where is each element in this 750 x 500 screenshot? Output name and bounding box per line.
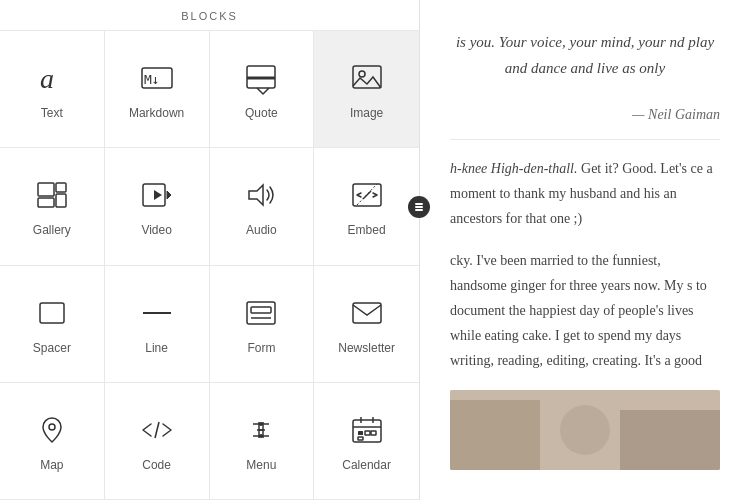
blocks-panel-header: BLOCKS (0, 0, 419, 31)
content-panel: is you. Your voice, your mind, your nd p… (420, 0, 750, 500)
svg-point-6 (359, 71, 365, 77)
block-item-map[interactable]: Map (0, 383, 105, 500)
block-item-embed[interactable]: Embed (314, 148, 419, 265)
content-divider (450, 139, 720, 140)
block-item-quote[interactable]: Quote (210, 31, 315, 148)
image-icon (347, 58, 387, 98)
block-item-line[interactable]: Line (105, 266, 210, 383)
audio-icon (241, 175, 281, 215)
calendar-icon (347, 410, 387, 450)
block-item-gallery[interactable]: Gallery (0, 148, 105, 265)
svg-rect-7 (38, 183, 54, 196)
drag-handle[interactable] (408, 196, 430, 218)
markdown-icon: M↓ (137, 58, 177, 98)
svg-rect-39 (365, 431, 370, 435)
menu-icon (241, 410, 281, 450)
embed-icon (347, 175, 387, 215)
svg-rect-45 (620, 410, 720, 470)
spacer-icon (32, 293, 72, 333)
quote-text: is you. Your voice, your mind, your nd p… (456, 34, 714, 76)
block-label-map: Map (40, 458, 63, 472)
svg-rect-8 (38, 198, 54, 207)
map-icon (32, 410, 72, 450)
content-quote: is you. Your voice, your mind, your nd p… (450, 20, 720, 91)
blocks-grid: a Text M↓ Markdown (0, 31, 419, 500)
block-item-image[interactable]: Image (314, 31, 419, 148)
code-icon (137, 410, 177, 450)
svg-rect-9 (56, 183, 66, 192)
block-label-form: Form (247, 341, 275, 355)
block-label-image: Image (350, 106, 383, 120)
block-item-spacer[interactable]: Spacer (0, 266, 105, 383)
block-label-calendar: Calendar (342, 458, 391, 472)
svg-rect-40 (371, 431, 376, 435)
svg-rect-10 (56, 194, 66, 207)
text-icon: a (32, 58, 72, 98)
line-icon (137, 293, 177, 333)
block-label-text: Text (41, 106, 63, 120)
svg-line-25 (155, 422, 159, 438)
video-icon (137, 175, 177, 215)
svg-rect-23 (353, 303, 381, 323)
content-paragraph-1: h-knee High-den-thall. Get it? Good. Let… (450, 156, 720, 232)
content-attribution: — Neil Gaiman (450, 107, 720, 123)
newsletter-icon (347, 293, 387, 333)
block-label-newsletter: Newsletter (338, 341, 395, 355)
block-item-code[interactable]: Code (105, 383, 210, 500)
svg-point-44 (560, 405, 610, 455)
svg-text:a: a (40, 63, 54, 94)
svg-rect-18 (40, 303, 64, 323)
block-label-markdown: Markdown (129, 106, 184, 120)
svg-marker-12 (167, 191, 171, 199)
block-label-line: Line (145, 341, 168, 355)
block-label-menu: Menu (246, 458, 276, 472)
block-item-form[interactable]: Form (210, 266, 315, 383)
blocks-panel: BLOCKS a Text M↓ Markdown (0, 0, 420, 500)
block-item-video[interactable]: Video (105, 148, 210, 265)
block-item-audio[interactable]: Audio (210, 148, 315, 265)
svg-line-17 (363, 191, 371, 199)
paragraph1-italic: h-knee High-den-thall. (450, 161, 578, 176)
svg-point-24 (49, 424, 55, 430)
form-icon (241, 293, 281, 333)
block-label-audio: Audio (246, 223, 277, 237)
svg-rect-41 (358, 437, 363, 440)
block-item-menu[interactable]: Menu (210, 383, 315, 500)
block-label-code: Code (142, 458, 171, 472)
block-item-calendar[interactable]: Calendar (314, 383, 419, 500)
content-paragraph-2: cky. I've been married to the funniest, … (450, 248, 720, 374)
svg-marker-13 (154, 190, 162, 200)
svg-rect-21 (251, 307, 271, 313)
block-label-video: Video (141, 223, 171, 237)
svg-rect-43 (450, 400, 540, 470)
block-item-newsletter[interactable]: Newsletter (314, 266, 419, 383)
block-item-text[interactable]: a Text (0, 31, 105, 148)
block-item-markdown[interactable]: M↓ Markdown (105, 31, 210, 148)
content-image (450, 390, 720, 470)
block-label-spacer: Spacer (33, 341, 71, 355)
block-label-gallery: Gallery (33, 223, 71, 237)
quote-icon (241, 58, 281, 98)
block-label-embed: Embed (348, 223, 386, 237)
svg-marker-14 (249, 185, 263, 205)
block-label-quote: Quote (245, 106, 278, 120)
gallery-icon (32, 175, 72, 215)
svg-text:M↓: M↓ (144, 72, 160, 87)
svg-rect-38 (358, 431, 363, 435)
